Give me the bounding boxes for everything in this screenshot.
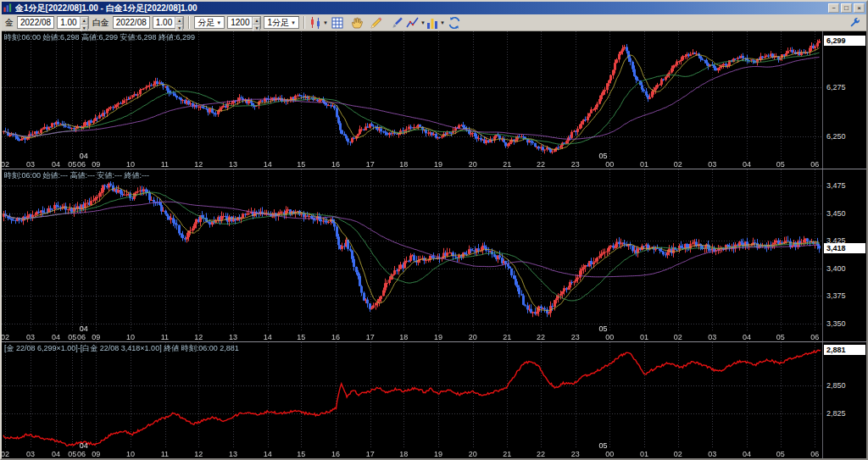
time-label: 10 — [126, 333, 135, 341]
time-label: 03 — [26, 160, 35, 169]
interval-value: 1分足 — [267, 17, 289, 29]
toolbar: 金 2022/08 1.00 ▲▼ 白金 2022/08 1.00 ▲▼ 分足▼… — [2, 14, 866, 31]
time-label: 19 — [434, 450, 442, 458]
spread-chart-canvas[interactable] — [2, 342, 822, 458]
time-label: 06 — [77, 450, 86, 458]
price-tick-label: 3,425 — [826, 236, 846, 245]
gold-contract-select[interactable]: 2022/08 — [17, 16, 54, 29]
time-label: 13 — [229, 450, 237, 458]
time-label: 15 — [297, 160, 305, 169]
time-label: 11 — [161, 450, 169, 458]
time-label: 21 — [503, 333, 511, 341]
time-label: 11 — [161, 333, 169, 341]
minimize-button[interactable]: － — [828, 3, 839, 13]
time-label: 04 — [743, 333, 751, 341]
time-label: 04 — [743, 160, 751, 169]
time-label: 18 — [399, 450, 408, 458]
time-label: 16 — [331, 160, 340, 169]
time-label: 17 — [366, 333, 375, 341]
platinum-multiplier-arrows[interactable]: ▲▼ — [175, 17, 183, 28]
spin-up-icon[interactable]: ▲ — [81, 17, 88, 25]
time-label: 05 — [776, 333, 785, 341]
refresh-icon — [448, 16, 461, 30]
indicator-bar-button[interactable]: ▼ — [426, 15, 444, 30]
time-label: 20 — [469, 450, 477, 458]
bars-count-spinner[interactable]: 1200 ▲▼ — [227, 16, 261, 29]
spin-down-icon[interactable]: ▼ — [175, 25, 183, 32]
platinum-ohlc-info: 時刻:06:00 始値:--- 高値:--- 安値:--- 終値:--- — [4, 170, 149, 181]
gold-label: 金 — [4, 17, 14, 29]
time-label: 09 — [92, 333, 100, 341]
time-label: 15 — [297, 450, 305, 458]
spin-up-icon[interactable]: ▲ — [253, 17, 260, 25]
grid-icon — [331, 16, 344, 30]
platinum-multiplier-spinner[interactable]: 1.00 ▲▼ — [153, 16, 184, 29]
price-tick-label: 6,275 — [826, 83, 846, 91]
chart-window: 金1分足[2022/08]1.00 - 白金1分足[2022/08]1.00 －… — [0, 0, 868, 460]
period-value: 分足 — [198, 17, 214, 29]
gold-chart-panel: 時刻:06:00 始値:6,298 高値:6,299 安値:6,298 終値:6… — [2, 31, 866, 169]
platinum-label: 白金 — [92, 17, 110, 29]
spread-price-axis: 2,881 2,8502,825 — [822, 342, 866, 458]
refresh-button[interactable] — [446, 15, 464, 30]
gold-chart-canvas[interactable] — [2, 31, 822, 169]
hand-tool-button[interactable] — [348, 15, 366, 30]
candlestick-icon — [309, 16, 322, 30]
brush-tool-button[interactable] — [387, 15, 405, 30]
time-label: 02 — [674, 160, 682, 169]
time-label: 01 — [640, 160, 648, 169]
time-label: 13 — [229, 333, 237, 341]
spin-down-icon[interactable]: ▼ — [81, 25, 88, 32]
spread-chart-panel: [金 22/08 6,299×1.00]-[白金 22/08 3,418×1.0… — [2, 341, 866, 458]
date-label: 04 — [80, 152, 88, 160]
close-button[interactable]: × — [854, 3, 865, 13]
interval-select[interactable]: 1分足▼ — [264, 16, 299, 29]
time-label: 23 — [571, 450, 580, 458]
spin-down-icon[interactable]: ▼ — [253, 25, 260, 32]
price-tick-label: 3,375 — [826, 291, 846, 300]
time-label: 22 — [537, 450, 545, 458]
spread-info: [金 22/08 6,299×1.00]-[白金 22/08 3,418×1.0… — [4, 343, 239, 354]
price-tick-label: 3,400 — [826, 264, 846, 273]
time-label: 05 — [776, 160, 785, 169]
period-select[interactable]: 分足▼ — [194, 16, 225, 29]
time-label: 23 — [571, 160, 580, 169]
time-label: 06 — [810, 450, 819, 458]
settings-button[interactable] — [846, 15, 864, 30]
time-label: 03 — [708, 450, 716, 458]
price-tick-label: 2,850 — [826, 381, 846, 390]
price-tick-label: 6,250 — [826, 132, 846, 141]
time-label: 06 — [77, 160, 86, 169]
time-label: 10 — [126, 160, 135, 169]
platinum-contract-select[interactable]: 2022/08 — [113, 16, 150, 29]
gold-multiplier-spinner[interactable]: 1.00 ▲▼ — [57, 16, 88, 29]
spin-up-icon[interactable]: ▲ — [175, 17, 183, 25]
price-tick-label: 3,450 — [826, 209, 846, 218]
tool-button-group: ▼▼▼ — [309, 15, 464, 30]
date-label: 05 — [599, 441, 608, 450]
time-label: 12 — [194, 333, 203, 341]
line-chart-icon — [406, 16, 420, 30]
title-bar[interactable]: 金1分足[2022/08]1.00 - 白金1分足[2022/08]1.00 －… — [2, 2, 866, 14]
time-label: 21 — [503, 450, 511, 458]
time-label: 06 — [77, 333, 86, 341]
price-tick-label: 3,475 — [826, 181, 846, 190]
platinum-chart-canvas[interactable] — [2, 169, 822, 341]
maximize-button[interactable]: □ — [841, 3, 852, 13]
pencil-tool-button[interactable] — [368, 15, 386, 30]
time-label: 22 — [537, 333, 545, 341]
time-label: 02 — [674, 450, 682, 458]
time-label: 19 — [434, 333, 442, 341]
time-label: 03 — [26, 450, 35, 458]
time-label: 05 — [776, 450, 785, 458]
gold-multiplier-arrows[interactable]: ▲▼ — [80, 17, 88, 28]
chevron-down-icon: ▼ — [323, 20, 328, 25]
indicator-line-button[interactable]: ▼ — [407, 15, 425, 30]
bars-count-arrows[interactable]: ▲▼ — [252, 17, 260, 28]
time-label: 11 — [161, 160, 169, 169]
time-label: 02 — [674, 333, 682, 341]
time-label: 04 — [52, 450, 60, 458]
time-label: 03 — [26, 333, 35, 341]
grid-button[interactable] — [329, 15, 347, 30]
chart-type-button[interactable]: ▼ — [309, 15, 327, 30]
